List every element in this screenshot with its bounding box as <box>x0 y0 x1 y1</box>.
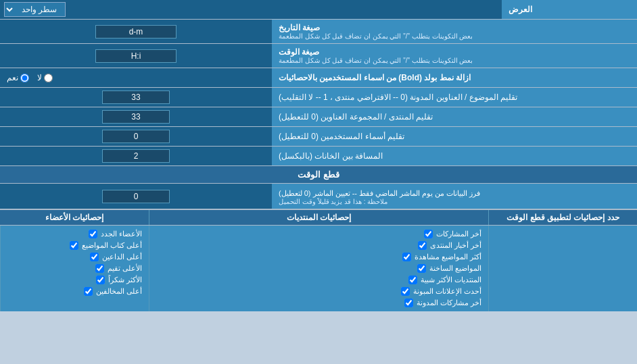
topics-input[interactable] <box>102 90 170 104</box>
row-ard: row-ard العرض سطر واحد سطران ثلاثة أسطر <box>0 0 637 20</box>
label-usernames: تقليم أسماء المستخدمين (0 للتعطيل) <box>272 127 637 146</box>
label-realtime-line1: فرز البيانات من يوم الماشر الماضي فقط --… <box>279 189 480 198</box>
cb-last-posts[interactable] <box>424 230 433 238</box>
limit-cell <box>488 226 637 311</box>
bottom-section: حدد إحصائيات لتطبيق قطع الوقت إحصائيات ا… <box>0 209 637 311</box>
label-date-format: صيغة التاريخ بعض التكوينات يتطلب "/" الت… <box>272 20 637 43</box>
label-spacing: المسافة بين الخانات (بالبكسل) <box>272 147 637 165</box>
time-format-input[interactable] <box>95 49 176 63</box>
cb-new-members[interactable] <box>89 230 97 238</box>
radio-label-yes[interactable]: نعم <box>7 73 29 82</box>
label-time-line1: صيغة الوقت <box>279 47 319 57</box>
input-cell-date <box>0 20 272 43</box>
cb-most-thanked[interactable] <box>96 276 105 284</box>
label-realtime: فرز البيانات من يوم الماشر الماضي فقط --… <box>272 184 637 209</box>
cb-item: الأعضاء الجدد <box>7 228 142 240</box>
radio-label-no[interactable]: لا <box>37 73 53 82</box>
cb-hot-topics[interactable] <box>417 264 426 273</box>
row-time-format: صيغة الوقت بعض التكوينات يتطلب "/" التي … <box>0 44 637 68</box>
label-date-line1: صيغة التاريخ <box>279 23 320 32</box>
label-forum: تقليم المنتدى / المجموعة العناوين (0 للت… <box>272 107 637 126</box>
col2-checkboxes: الأعضاء الجدد أعلى كتاب المواضيع أعلى ال… <box>0 226 149 311</box>
cb-most-viewed[interactable] <box>402 253 411 261</box>
input-cell-time <box>0 44 272 68</box>
cb-top-posters[interactable] <box>70 241 78 250</box>
cb-item: أكثر المواضيع مشاهدة <box>156 251 481 263</box>
input-cell-realtime <box>0 184 272 209</box>
spacing-input[interactable] <box>102 149 170 163</box>
cb-item: أحدث الإعلانات المبونة <box>156 286 481 297</box>
radio-no[interactable] <box>44 74 53 82</box>
cb-item: أخر أخبار المنتدى <box>156 240 481 251</box>
input-cell-topics <box>0 88 272 107</box>
cb-item: الأعلى تقيم <box>7 263 142 274</box>
row-topics: تقليم الموضوع / العناوين المدونة (0 -- ا… <box>0 88 637 107</box>
cb-item: أخر مشاركات المدونة <box>156 297 481 309</box>
realtime-input[interactable] <box>102 190 170 203</box>
col1-header: إحصائيات المنتديات <box>149 210 488 225</box>
date-format-input[interactable] <box>95 25 176 38</box>
radio-yes[interactable] <box>20 74 29 82</box>
input-cell-ard: سطر واحد سطران ثلاثة أسطر <box>0 0 502 19</box>
cb-item: أعلى الداعين <box>7 251 142 263</box>
row-usernames: تقليم أسماء المستخدمين (0 للتعطيل) <box>0 127 637 147</box>
checkbox-area: أخر المشاركات أخر أخبار المنتدى أكثر الم… <box>0 226 637 311</box>
cb-blog-posts[interactable] <box>404 298 413 307</box>
input-cell-usernames <box>0 127 272 146</box>
label-date-line2: بعض التكوينات يتطلب "/" التي يمكن ان تضا… <box>279 32 473 40</box>
row-realtime: فرز البيانات من يوم الماشر الماضي فقط --… <box>0 184 637 209</box>
ard-select[interactable]: سطر واحد سطران ثلاثة أسطر <box>4 2 66 17</box>
row-date-format: صيغة التاريخ بعض التكوينات يتطلب "/" الت… <box>0 20 637 44</box>
col1-checkboxes: أخر المشاركات أخر أخبار المنتدى أكثر الم… <box>149 226 488 311</box>
input-cell-forum <box>0 107 272 126</box>
cb-forum-news[interactable] <box>418 241 427 250</box>
cb-top-violators[interactable] <box>84 287 93 296</box>
cb-item: المواضيع الساخنة <box>156 263 481 274</box>
cb-item: الأكثر شكراً <box>7 274 142 286</box>
bottom-header-right: حدد إحصائيات لتطبيق قطع الوقت <box>488 210 637 225</box>
row-spacing: المسافة بين الخانات (بالبكسل) <box>0 147 637 166</box>
label-realtime-line2: ملاحظة : هذا قد يزيد قليلاً وقت التحميل <box>279 198 387 205</box>
cb-latest-ads[interactable] <box>401 287 410 296</box>
label-bold: ازالة نمط بولد (Bold) من اسماء المستخدمي… <box>272 68 637 87</box>
section-realtime-header: قطع الوقت <box>0 166 637 184</box>
usernames-input[interactable] <box>102 130 170 143</box>
row-forum: تقليم المنتدى / المجموعة العناوين (0 للت… <box>0 107 637 127</box>
cb-item: أعلى المخالفين <box>7 286 142 297</box>
radio-cell-bold: لا نعم <box>0 68 272 87</box>
cb-most-similar[interactable] <box>408 276 417 284</box>
cb-top-rated[interactable] <box>95 264 104 273</box>
forum-input[interactable] <box>102 110 170 124</box>
cb-item: أعلى كتاب المواضيع <box>7 240 142 251</box>
row-bold: ازالة نمط بولد (Bold) من اسماء المستخدمي… <box>0 68 637 88</box>
label-ard: row-ard العرض <box>502 0 637 19</box>
cb-top-inviters[interactable] <box>90 253 99 261</box>
col2-header: إحصائيات الأعضاء <box>0 210 149 225</box>
label-time-line2: بعض التكوينات يتطلب "/" التي يمكن ان تضا… <box>279 57 473 64</box>
label-topics: تقليم الموضوع / العناوين المدونة (0 -- ا… <box>272 88 637 107</box>
cb-item: المنتديات الأكثر شبية <box>156 274 481 286</box>
cb-item: أخر المشاركات <box>156 228 481 240</box>
label-time-format: صيغة الوقت بعض التكوينات يتطلب "/" التي … <box>272 44 637 68</box>
input-cell-spacing <box>0 147 272 165</box>
